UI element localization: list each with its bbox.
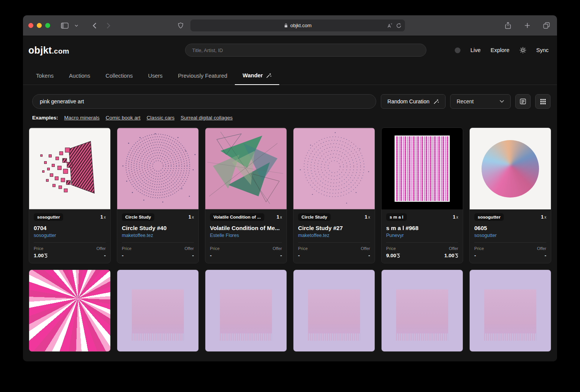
tab-wander[interactable]: Wander: [235, 67, 279, 85]
theme-toggle-button[interactable]: [519, 47, 526, 54]
example-link-surreal-digital-collages[interactable]: Surreal digital collages: [180, 115, 233, 121]
price-label: Price: [34, 246, 48, 251]
offer-value: -: [192, 253, 194, 258]
tab-bar: Tokens Auctions Collections Users Previo…: [23, 67, 557, 85]
editions-number: 1: [453, 214, 455, 220]
grid-view-button[interactable]: [535, 94, 551, 109]
nav-explore[interactable]: Explore: [491, 47, 510, 53]
artist-link[interactable]: sosogutter: [34, 233, 106, 238]
editions-x: x: [192, 215, 194, 219]
example-link-comic-book-art[interactable]: Comic book art: [106, 115, 141, 121]
tab-collections[interactable]: Collections: [98, 67, 141, 85]
token-card[interactable]: [469, 270, 551, 352]
collection-badge[interactable]: sosogutter: [474, 213, 504, 221]
price-offer-row: Price - Offer -: [122, 242, 194, 258]
privacy-report-button[interactable]: [175, 20, 186, 31]
sidebar-toggle-button[interactable]: [59, 20, 70, 31]
price-label: Price: [298, 246, 308, 251]
random-curation-label: Random Curation: [387, 98, 429, 105]
tab-auctions[interactable]: Auctions: [61, 67, 98, 85]
token-card-info: Volatile Condition of ... 1x Volatile Co…: [205, 209, 287, 263]
artist-link[interactable]: sosogutter: [474, 233, 546, 238]
offer-value: -: [280, 253, 282, 258]
list-view-button[interactable]: [515, 94, 531, 109]
site-logo[interactable]: objkt.com: [28, 45, 69, 56]
token-card[interactable]: Circle Study 1x Circle Study #27 maketof…: [293, 127, 375, 263]
price-offer-row: Price 9.00 Offer 1.00: [386, 242, 458, 258]
token-title[interactable]: Circle Study #40: [122, 225, 194, 231]
editions-x: x: [104, 215, 106, 219]
collection-badge[interactable]: Circle Study: [122, 213, 154, 221]
example-link-macro-minerals[interactable]: Macro minerals: [64, 115, 100, 121]
tab-tokens[interactable]: Tokens: [28, 67, 61, 85]
new-tab-button[interactable]: [522, 20, 532, 31]
nav-sync[interactable]: Sync: [536, 47, 549, 53]
collection-badge[interactable]: sosogutter: [34, 213, 63, 221]
minimize-button[interactable]: [37, 23, 42, 28]
sort-select[interactable]: Recent: [450, 94, 511, 109]
price-label: Price: [474, 246, 484, 251]
close-button[interactable]: [28, 23, 33, 28]
fullscreen-button[interactable]: [45, 23, 50, 28]
collection-badge[interactable]: Volatile Condition of ...: [210, 213, 264, 221]
token-card[interactable]: Circle Study 1x Circle Study #40 maketof…: [117, 127, 199, 263]
token-title[interactable]: Volatile Condition of Me...: [210, 225, 282, 231]
sidebar-chevron-button[interactable]: [73, 20, 79, 31]
address-bar-actions: [387, 23, 401, 28]
token-title[interactable]: s m a l #968: [386, 225, 458, 231]
editions-x: x: [280, 215, 282, 219]
collection-badge[interactable]: s m a l: [386, 213, 407, 221]
random-curation-button[interactable]: Random Curation: [381, 94, 446, 109]
price-amount: -: [298, 253, 300, 258]
token-artwork: [470, 128, 551, 209]
token-card[interactable]: [205, 270, 287, 352]
wander-query-input[interactable]: [32, 94, 376, 109]
token-title[interactable]: 0704: [34, 225, 106, 231]
avatar[interactable]: [455, 47, 460, 53]
offer-label: Offer: [361, 246, 370, 251]
artist-link[interactable]: Estelle Flores: [210, 233, 282, 238]
offer-value: -: [104, 253, 106, 258]
tab-users[interactable]: Users: [141, 67, 170, 85]
artist-link[interactable]: maketoffee.tez: [122, 233, 194, 238]
artist-link[interactable]: Punevyr: [386, 233, 458, 238]
price-amount: -: [122, 253, 124, 258]
token-card[interactable]: sosogutter 1x 0605 sosogutter Price - Of…: [469, 127, 551, 263]
share-button[interactable]: [503, 20, 513, 31]
example-link-classic-cars[interactable]: Classic cars: [147, 115, 175, 121]
reload-icon[interactable]: [396, 23, 401, 28]
token-card[interactable]: sosogutter 1x 0704 sosogutter Price 1.00…: [29, 127, 111, 263]
sort-selected-value: Recent: [457, 98, 474, 105]
tab-previously-featured[interactable]: Previously Featured: [170, 67, 235, 85]
offer-label: Offer: [97, 246, 106, 251]
toolbar-right: [405, 20, 552, 31]
token-card[interactable]: Volatile Condition of ... 1x Volatile Co…: [205, 127, 287, 263]
sun-icon: [519, 47, 526, 54]
site-search-input[interactable]: [185, 44, 426, 57]
nav-live[interactable]: Live: [470, 47, 481, 53]
token-title[interactable]: 0605: [474, 225, 546, 231]
token-artwork: [382, 128, 463, 209]
editions-count: 1x: [277, 214, 282, 220]
logo-main: objkt: [28, 45, 52, 56]
forward-button[interactable]: [103, 20, 114, 31]
translate-icon[interactable]: [387, 23, 392, 28]
tab-overview-button[interactable]: [541, 20, 552, 31]
token-card[interactable]: [117, 270, 199, 352]
artist-link[interactable]: maketoffee.tez: [298, 233, 370, 238]
token-card[interactable]: [293, 270, 375, 352]
address-bar[interactable]: objkt.com: [190, 20, 405, 31]
token-title[interactable]: Circle Study #27: [298, 225, 370, 231]
token-card-info: sosogutter 1x 0605 sosogutter Price - Of…: [470, 209, 551, 263]
back-button[interactable]: [89, 20, 100, 31]
token-artwork: [293, 128, 375, 209]
token-card[interactable]: [381, 270, 463, 352]
offer-amount: -: [545, 253, 547, 258]
collection-badge[interactable]: Circle Study: [298, 213, 331, 221]
token-card[interactable]: [29, 270, 111, 352]
token-card[interactable]: s m a l 1x s m a l #968 Punevyr Price 9.…: [381, 127, 463, 263]
list-view-icon: [519, 98, 526, 105]
token-artwork: [293, 270, 375, 351]
shield-icon: [178, 22, 184, 29]
artwork-dotted-circles: [293, 128, 375, 209]
